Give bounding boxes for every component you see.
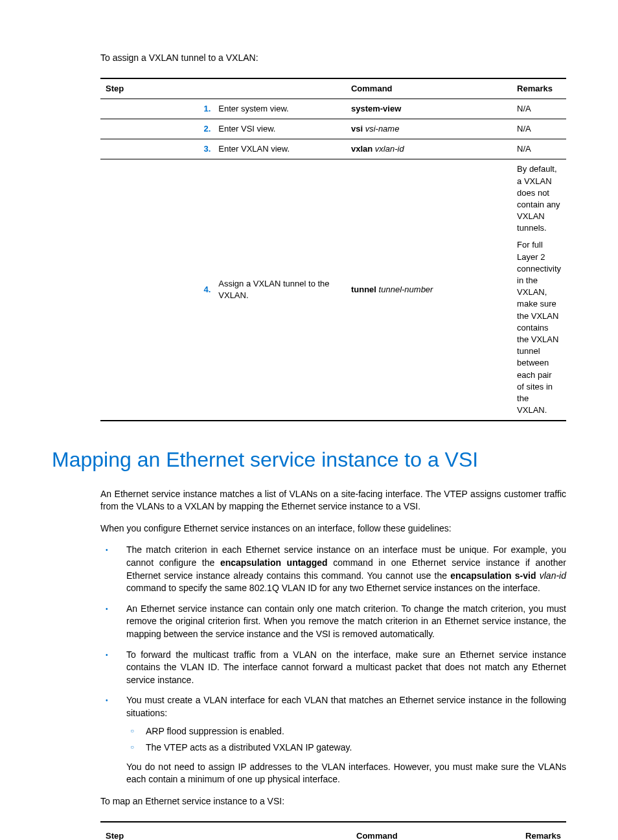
step-desc: Enter VSI view. — [213, 119, 346, 139]
table-assign-vxlan: Step Command Remarks 1. Enter system vie… — [100, 78, 566, 422]
table-row: 2. Enter VSI view. vsi vsi-name N/A — [100, 119, 566, 139]
step-cmd: system-view — [346, 99, 512, 119]
sub-list: ARP flood suppression is enabled. The VT… — [126, 725, 566, 754]
step-number: 4. — [100, 159, 213, 421]
step-remarks: By default, a VXLAN does not contain any… — [512, 159, 566, 421]
table-map-ethernet: Step Command Remarks 1. Enter system vie… — [100, 821, 566, 840]
step-remarks: N/A — [512, 139, 566, 159]
th-step: Step — [100, 78, 346, 99]
step-desc: Assign a VXLAN tunnel to the VXLAN. — [213, 159, 346, 421]
step-number: 1. — [100, 99, 213, 119]
sub-list-item: ARP flood suppression is enabled. — [126, 725, 566, 738]
step-desc: Enter VXLAN view. — [213, 139, 346, 159]
step-number: 3. — [100, 139, 213, 159]
paragraph: When you configure Ethernet service inst… — [100, 522, 566, 535]
list-item: You must create a VLAN interface for eac… — [100, 694, 566, 786]
step-number: 2. — [100, 119, 213, 139]
step-cmd: tunnel tunnel-number — [346, 159, 512, 421]
list-item: The match criterion in each Ethernet ser… — [100, 544, 566, 594]
list-item: To forward the multicast traffic from a … — [100, 649, 566, 687]
intro-text-2: To map an Ethernet service instance to a… — [100, 795, 566, 808]
step-desc: Enter system view. — [213, 99, 346, 119]
th-step: Step — [100, 822, 351, 840]
list-item: An Ethernet service instance can contain… — [100, 603, 566, 641]
th-command: Command — [351, 822, 520, 840]
intro-text-1: To assign a VXLAN tunnel to a VXLAN: — [100, 52, 566, 65]
page-title: Mapping an Ethernet service instance to … — [52, 447, 566, 472]
th-remarks: Remarks — [512, 78, 566, 99]
sub-list-item: The VTEP acts as a distributed VXLAN IP … — [126, 741, 566, 754]
list-item-continuation: You do not need to assign IP addresses t… — [126, 761, 566, 786]
th-command: Command — [346, 78, 512, 99]
step-remarks: N/A — [512, 119, 566, 139]
guideline-list: The match criterion in each Ethernet ser… — [100, 544, 566, 786]
table-row: 1. Enter system view. system-view N/A — [100, 99, 566, 119]
table-row: 4. Assign a VXLAN tunnel to the VXLAN. t… — [100, 159, 566, 421]
step-cmd: vsi vsi-name — [346, 119, 512, 139]
paragraph: An Ethernet service instance matches a l… — [100, 488, 566, 513]
step-remarks: N/A — [512, 99, 566, 119]
step-cmd: vxlan vxlan-id — [346, 139, 512, 159]
th-remarks: Remarks — [520, 822, 566, 840]
table-row: 3. Enter VXLAN view. vxlan vxlan-id N/A — [100, 139, 566, 159]
